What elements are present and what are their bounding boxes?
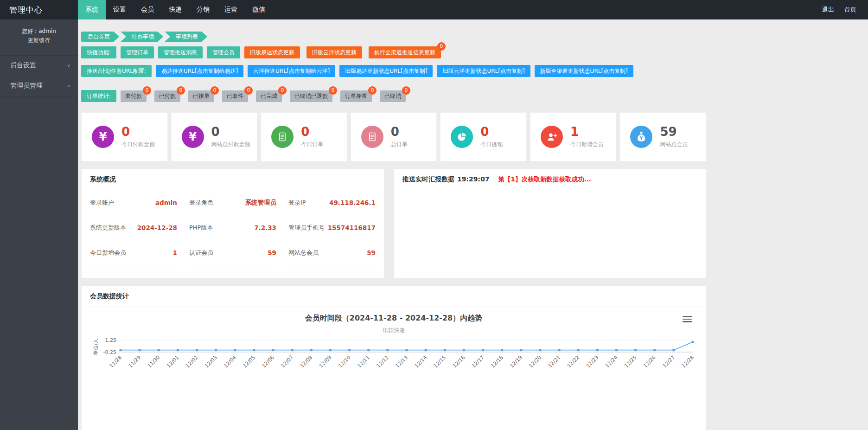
svg-text:1.25: 1.25 [105,337,117,343]
svg-text:11/29: 11/29 [128,354,142,369]
svg-text:12/27: 12/27 [661,354,676,369]
sys-info-cell: 网站总会员59 [288,240,376,265]
svg-text:12/03: 12/03 [204,354,218,369]
orange-action-button[interactable]: 旧版易达状态更新 [244,46,300,58]
url-config-label-button[interactable]: 推送/计划任务URL配置: [81,65,152,77]
sidebar-menu-item[interactable]: 管理员管理∨ [0,76,78,96]
push-status-text: 第【1】次获取新数据获取成功... [498,175,591,183]
system-overview-panel: 系统概况 登录账户admin登录角色系统管理员登录IP49.118.246.1系… [81,169,384,278]
pie-chart-icon [451,126,473,148]
url-config-row: 推送/计划任务URL配置:易达推送URL[点击复制给易达]云洋推送URL[点击复… [81,63,706,79]
svg-text:12/23: 12/23 [585,354,600,369]
top-nav-item[interactable]: 运营 [217,0,245,19]
top-nav-item[interactable]: 系统 [78,0,106,19]
push-panel-title-row: 推送实时汇报数据19:29:07 第【1】次获取新数据获取成功... [394,169,706,190]
stat-label: 今日付款金额 [121,141,155,148]
url-copy-button[interactable]: 旧版易达更新状态URL[点击复制] [339,65,433,77]
quick-label-button[interactable]: 快捷功能: [81,46,116,58]
sys-info-cell: 系统更新版本2024-12-28 [90,215,177,240]
order-stats-label-button[interactable]: 订单统计: [81,90,116,102]
svg-text:12/25: 12/25 [623,354,638,369]
svg-text:12/05: 12/05 [242,354,256,369]
svg-text:12/26: 12/26 [642,354,657,369]
sys-value: 2024-12-28 [137,224,177,231]
svg-text:12/14: 12/14 [414,354,428,369]
chevron-down-icon: ∨ [67,63,70,68]
stat-value: 0 [480,125,503,139]
url-copy-button[interactable]: 云洋推送URL[点击复制给云洋] [248,65,335,77]
refresh-cache-link[interactable]: 更新缓存 [0,36,78,45]
stat-card: 1今日新增会员 [530,112,617,161]
svg-text:12/22: 12/22 [566,354,581,369]
sys-label: 网站总会员 [288,249,319,257]
order-stat-pill[interactable]: 订单异常 [340,90,372,102]
stat-cards-row: ¥0今日付款金额¥0网站总付款金额0今日订单0总订单0今日提现1今日新增会员¥5… [81,112,706,161]
sys-value: 15574116817 [328,224,376,231]
top-nav-right: 退出首页 [817,0,868,19]
logout-link[interactable]: 退出 [817,6,839,14]
chart-menu-icon[interactable] [683,314,692,324]
url-copy-button[interactable]: 易达推送URL[点击复制给易达] [156,65,243,77]
svg-text:¥: ¥ [640,136,643,141]
sidebar-menu-item[interactable]: 后台设置∨ [0,56,78,76]
member-panel-title: 会员数据统计 [82,286,706,307]
top-nav-item[interactable]: 设置 [106,0,134,19]
sidebar-menu-label: 后台设置 [10,61,36,70]
url-copy-button[interactable]: 旧版云洋更新状态URL[点击复制] [437,65,530,77]
svg-text:12/06: 12/06 [261,354,276,369]
svg-text:12/10: 12/10 [337,354,352,369]
stat-label: 总订单 [391,141,408,148]
breadcrumb-item[interactable]: 后台首页 [81,32,119,42]
orange-action-button[interactable]: 执行全渠道推送信息更新 [369,46,441,58]
svg-text:12/02: 12/02 [185,354,199,369]
count-badge: 0 [278,86,287,95]
stat-card: ¥59网站总会员 [619,112,706,161]
sys-label: 登录账户 [90,199,114,207]
orange-action-button[interactable]: 旧版云洋状态更新 [306,46,362,58]
breadcrumb-item[interactable]: 待办事项 [121,32,163,42]
svg-text:12/11: 12/11 [356,354,371,369]
sys-value: 1 [173,249,177,257]
stat-label: 今日提现 [480,141,503,148]
sys-info-cell: 管理员手机号15574116817 [288,215,376,240]
chart-subtitle: 讯软快递 [82,327,706,334]
svg-text:单位/人: 单位/人 [93,339,99,356]
user-plus-icon [541,126,563,148]
sys-label: 登录角色 [189,199,213,207]
svg-text:12/24: 12/24 [604,354,619,369]
svg-text:11/28: 11/28 [108,354,123,369]
top-nav-item[interactable]: 快递 [161,0,189,19]
top-nav-item[interactable]: 分销 [189,0,217,19]
svg-text:11/30: 11/30 [147,354,161,369]
trend-chart: 1.25-0.25单位/人11/2811/2911/3012/0112/0212… [90,336,697,372]
svg-text:12/12: 12/12 [375,354,390,369]
quick-action-button[interactable]: 管理会员 [207,46,240,58]
document-icon [361,126,383,148]
stat-label: 网站总会员 [660,141,688,148]
stat-value: 0 [391,125,408,139]
svg-text:12/04: 12/04 [223,354,237,369]
quick-action-button[interactable]: 管理订单 [121,46,154,58]
count-badge: 0 [244,86,253,95]
count-badge: 0 [143,86,151,95]
stat-card: 0总订单 [351,112,437,161]
sys-label: 登录IP [288,199,306,207]
sys-label: 今日新增会员 [90,249,126,257]
svg-text:12/21: 12/21 [547,354,562,369]
url-copy-button[interactable]: 新版全渠道更新状态URL[点击复制] [535,65,633,77]
count-badge: 0 [211,86,219,95]
count-badge: 0 [177,86,185,95]
money-bag-icon: ¥ [630,126,652,148]
sys-label: 系统更新版本 [90,224,126,232]
top-nav-item[interactable]: 会员 [134,0,161,19]
svg-text:12/15: 12/15 [433,354,447,369]
breadcrumb-item[interactable]: 事项列表 [165,32,207,42]
top-nav-item[interactable]: 微信 [245,0,273,19]
home-link[interactable]: 首页 [839,6,862,14]
document-icon [271,126,294,148]
sys-info-cell: 今日新增会员1 [90,240,177,265]
quick-action-button[interactable]: 管理推送消息 [158,46,203,58]
order-stat-pill[interactable]: 已取消已退款 [290,90,332,102]
svg-text:12/09: 12/09 [318,354,333,369]
panels-row: 系统概况 登录账户admin登录角色系统管理员登录IP49.118.246.1系… [81,169,706,278]
